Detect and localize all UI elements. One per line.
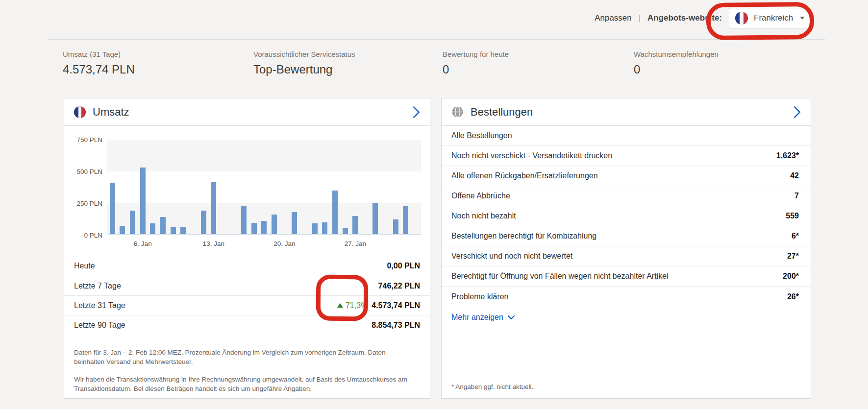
chart-bar: [403, 206, 408, 234]
row-value-group: 71,3% 4.573,74 PLN: [337, 301, 420, 310]
row-label: Probleme klären: [451, 292, 509, 301]
chart-bar: [372, 203, 378, 234]
revenue-chart: 750 PLN500 PLN250 PLN0 PLN 6. Jan13. Jan…: [64, 140, 430, 253]
stat-value: 0: [443, 63, 527, 76]
revenue-footnotes: Daten für 3. Jan – 2. Feb 12:00 MEZ. Pro…: [64, 335, 430, 394]
row-value: 42: [790, 171, 799, 180]
chart-bar-slot: [290, 140, 300, 234]
france-flag-icon: [74, 106, 86, 118]
row-value: 6*: [792, 232, 799, 241]
chart-bar: [171, 227, 176, 234]
row-value: 8.854,73 PLN: [372, 321, 420, 330]
chart-bar: [261, 221, 267, 234]
chart-bar: [180, 227, 186, 234]
chart-bar: [251, 223, 257, 234]
table-row[interactable]: Noch nicht bezahlt 559: [442, 206, 811, 226]
table-row[interactable]: Verschickt und noch nicht bewertet 27*: [442, 246, 811, 266]
table-row[interactable]: Offene Abbrüche 7: [442, 186, 811, 206]
chart-bar-slot: [269, 140, 279, 234]
stat-label: Bewertung für heute: [443, 50, 527, 58]
row-value: 1.623*: [776, 151, 799, 160]
chart-bar: [343, 228, 348, 234]
chart-bar-slot: [249, 140, 259, 234]
chart-bar-slot: [279, 140, 290, 234]
y-tick-label: 500 PLN: [76, 168, 102, 175]
chart-bar: [312, 223, 318, 234]
table-row[interactable]: Alle offenen Rückgaben/Ersatzlieferungen…: [442, 166, 811, 186]
revenue-card: Umsatz 750 PLN500 PLN250 PLN0 PLN 6. Jan…: [64, 98, 430, 399]
chart-bar: [241, 206, 247, 234]
chart-bar: [352, 216, 358, 234]
chart-bar: [332, 191, 338, 234]
chevron-right-icon[interactable]: [794, 106, 801, 119]
table-row: Heute 0,00 PLN: [64, 256, 430, 276]
chart-bar-slot: [127, 140, 138, 234]
show-more-link[interactable]: Mehr anzeigen: [442, 307, 525, 328]
row-label: Alle Bestellungen: [451, 131, 512, 140]
row-label: Alle offenen Rückgaben/Ersatzlieferungen: [451, 171, 598, 180]
y-tick-label: 750 PLN: [76, 136, 102, 144]
chart-bar-slot: [208, 140, 219, 234]
stat-value: 4.573,74 PLN: [63, 63, 147, 76]
x-tick-label: 27. Jan: [345, 240, 366, 247]
stat-label: Umsatz (31 Tage): [63, 50, 147, 58]
footnote-currency: Wir haben die Transaktionswährung in Ihr…: [74, 375, 417, 394]
stat-value: 0: [634, 63, 719, 76]
row-label: Letzte 90 Tage: [74, 321, 125, 330]
y-tick-label: 250 PLN: [76, 199, 102, 207]
chart-bar: [272, 215, 277, 234]
chart-bar-slot: [107, 140, 118, 234]
show-more-label: Mehr anzeigen: [451, 313, 503, 322]
row-label: Noch nicht verschickt - Versandetikett d…: [451, 151, 612, 160]
header-divider: [48, 39, 825, 40]
row-label: Offene Abbrüche: [451, 192, 510, 200]
chart-bar-slot: [380, 140, 391, 234]
row-value: 200*: [783, 272, 799, 281]
table-row[interactable]: Probleme klären 26*: [442, 287, 811, 307]
table-row[interactable]: Berechtigt für Öffnung von Fällen wegen …: [442, 266, 811, 287]
stat-label: Voraussichtlicher Servicestatus: [253, 50, 355, 58]
y-tick-label: 0 PLN: [84, 232, 102, 239]
stat-service-status: Voraussichtlicher Servicestatus Top-Bewe…: [253, 50, 355, 84]
chart-bar-slot: [198, 140, 209, 234]
row-label: Berechtigt für Öffnung von Fällen wegen …: [451, 272, 669, 281]
chart-bar: [211, 182, 216, 234]
chart-bar-slot: [401, 140, 411, 234]
chart-bar-slot: [330, 140, 340, 234]
row-label: Letzte 31 Tage: [74, 301, 125, 310]
chart-bar-slot: [320, 140, 330, 234]
stat-underline: [443, 84, 527, 84]
chart-bar: [120, 226, 125, 234]
x-tick-label: 20. Jan: [273, 240, 295, 247]
stat-underline: [63, 84, 147, 84]
x-tick-label: 6. Jan: [134, 240, 152, 247]
row-value: 0,00 PLN: [387, 262, 420, 270]
chart-bar-slot: [178, 140, 188, 234]
chart-bar-slot: [340, 140, 350, 234]
revenue-card-header: Umsatz: [64, 98, 430, 126]
chart-bar: [110, 183, 115, 235]
chevron-right-icon[interactable]: [413, 106, 420, 119]
table-row[interactable]: Bestellungen berechtigt für Kombizahlung…: [442, 226, 811, 246]
site-selector-value: Frankreich: [754, 13, 794, 23]
revenue-card-title: Umsatz: [93, 106, 413, 119]
customize-link[interactable]: Anpassen: [595, 13, 632, 23]
table-row: Letzte 7 Tage 746,22 PLN: [64, 276, 430, 295]
row-value: 4.573,74 PLN: [372, 301, 420, 310]
chart-bar-slot: [148, 140, 158, 234]
chart-bar-slot: [360, 140, 371, 234]
table-row[interactable]: Noch nicht verschickt - Versandetikett d…: [442, 146, 811, 166]
row-value: 559: [786, 212, 799, 220]
stat-value: Top-Bewertung: [253, 63, 355, 76]
chart-bar-slot: [138, 140, 148, 234]
orders-card-title: Bestellungen: [471, 106, 794, 119]
chart-bar-slot: [158, 140, 168, 234]
table-row[interactable]: Alle Bestellungen: [442, 126, 811, 146]
chevron-down-icon: [800, 17, 805, 20]
footnote-data-range: Daten für 3. Jan – 2. Feb 12:00 MEZ. Pro…: [74, 348, 417, 367]
chart-x-axis: 6. Jan13. Jan20. Jan27. Jan: [107, 240, 421, 251]
chart-bar-slot: [411, 140, 421, 234]
revenue-summary-rows: Heute 0,00 PLN Letzte 7 Tage 746,22 PLN …: [64, 256, 430, 335]
site-selector-dropdown[interactable]: Frankreich: [729, 8, 811, 28]
stat-underline: [253, 84, 338, 84]
